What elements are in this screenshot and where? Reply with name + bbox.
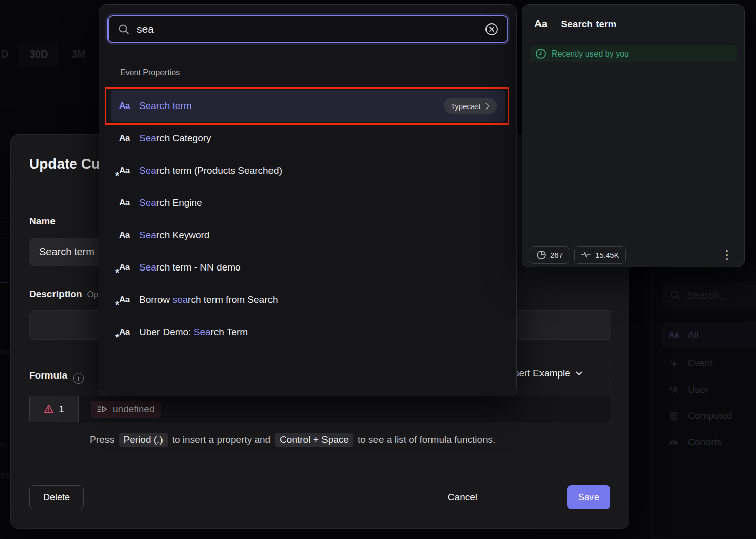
clear-search-icon[interactable] — [485, 23, 498, 36]
property-label: Search Keyword — [139, 230, 209, 241]
property-label: Search term (Products Searched) — [139, 165, 282, 176]
divider — [522, 242, 744, 242]
section-header-event-properties: Event Properties — [120, 68, 180, 77]
property-label: Search term - NN demo — [139, 262, 241, 273]
formula-hint: Press Period (.) to insert a property an… — [90, 433, 495, 447]
property-label: Search Category — [139, 133, 211, 144]
property-item-search-engine[interactable]: Aa Search Engine — [111, 187, 505, 219]
chevron-down-icon — [575, 371, 583, 376]
search-icon — [118, 23, 130, 35]
text-property-icon: Aa — [119, 133, 139, 143]
property-item-search-category[interactable]: Aa Search Category — [111, 122, 505, 154]
property-item-uber-demo-search-term[interactable]: Aa Uber Demo: Search Term — [111, 316, 505, 348]
modal-title: Update Cu — [29, 156, 100, 172]
info-icon[interactable]: i — [73, 373, 84, 384]
cardinality-pill[interactable]: 267 — [530, 246, 569, 264]
delete-button[interactable]: Delete — [29, 485, 84, 509]
volume-pill[interactable]: 15.45K — [574, 246, 626, 264]
property-label: Search term — [139, 100, 192, 112]
typecast-button[interactable]: Typecast — [444, 98, 497, 114]
property-detail-header: Aa Search term — [534, 18, 616, 30]
formula-function-icon — [97, 405, 108, 413]
formula-editor: 1 undefined — [29, 396, 611, 422]
property-label: Uber Demo: Search Term — [139, 327, 248, 338]
text-property-icon: Aa — [534, 18, 547, 30]
kbd-period: Period (.) — [119, 433, 168, 447]
property-stats-row: 267 15.45K ⋮ — [530, 246, 737, 264]
kebab-menu-icon[interactable]: ⋮ — [717, 249, 737, 261]
property-item-search-term-nn-demo[interactable]: Aa Search term - NN demo — [111, 251, 505, 284]
chevron-right-icon — [485, 103, 490, 110]
formula-error-count[interactable]: 1 — [29, 396, 79, 422]
custom-text-property-icon: Aa — [119, 295, 139, 305]
property-detail-panel: Aa Search term Recently used by you 267 … — [522, 4, 745, 267]
formula-input[interactable]: undefined — [79, 396, 611, 422]
recently-used-badge: Recently used by you — [530, 45, 737, 62]
formula-label: Formulai — [29, 370, 84, 384]
property-detail-title: Search term — [561, 19, 617, 30]
cancel-button[interactable]: Cancel — [448, 485, 477, 509]
property-label: Search Engine — [139, 197, 202, 208]
property-search-input[interactable] — [137, 23, 478, 35]
property-item-borrow-search-term[interactable]: Aa Borrow search term from Search — [111, 284, 505, 316]
text-property-icon: Aa — [119, 230, 139, 240]
property-item-search-keyword[interactable]: Aa Search Keyword — [111, 219, 505, 251]
save-button[interactable]: Save — [567, 485, 610, 509]
property-item-search-term[interactable]: Aa Search term Typecast — [111, 90, 505, 122]
property-search-field[interactable] — [107, 15, 508, 43]
clock-icon — [535, 48, 546, 59]
undefined-property-chip[interactable]: undefined — [91, 401, 161, 418]
custom-text-property-icon: Aa — [119, 262, 139, 273]
property-search-dropdown: Event Properties Aa Search term Typecast… — [99, 4, 517, 396]
custom-text-property-icon: Aa — [119, 166, 139, 176]
property-label: Borrow search term from Search — [139, 294, 278, 305]
warning-icon — [44, 404, 54, 414]
property-item-search-term-products-searched[interactable]: Aa Search term (Products Searched) — [111, 154, 505, 187]
property-results-list: Aa Search term Typecast Aa Search Catego… — [99, 90, 516, 348]
text-property-icon: Aa — [119, 101, 139, 111]
activity-pulse-icon — [581, 251, 591, 259]
custom-text-property-icon: Aa — [119, 327, 139, 337]
text-property-icon: Aa — [119, 198, 139, 208]
name-label: Name — [29, 215, 56, 227]
kbd-control-space: Control + Space — [275, 433, 353, 447]
pie-chart-icon — [536, 250, 546, 260]
